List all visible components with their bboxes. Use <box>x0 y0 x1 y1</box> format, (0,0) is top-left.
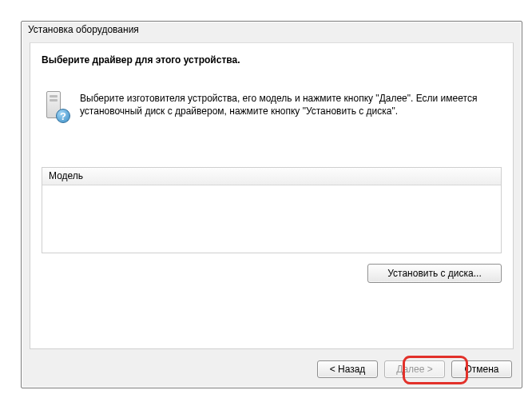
instruction-row: ? Выберите изготовителя устройства, его … <box>42 91 502 121</box>
column-header-model[interactable]: Модель <box>42 168 501 185</box>
cancel-button[interactable]: Отмена <box>451 360 512 378</box>
have-disk-button[interactable]: Установить с диска... <box>367 264 502 283</box>
instruction-text: Выберите изготовителя устройства, его мо… <box>80 91 502 117</box>
wizard-footer: < Назад Далее > Отмена <box>317 360 512 378</box>
model-list[interactable]: Модель <box>42 167 502 253</box>
device-help-icon: ? <box>42 91 69 121</box>
page-heading: Выберите драйвер для этого устройства. <box>42 54 240 66</box>
titlebar: Установка оборудования <box>22 22 522 39</box>
next-button[interactable]: Далее > <box>384 360 445 378</box>
wizard-content: Выберите драйвер для этого устройства. ?… <box>30 42 514 349</box>
back-button[interactable]: < Назад <box>317 360 378 378</box>
question-badge-icon: ? <box>56 109 70 123</box>
screenshot-canvas: Установка оборудования Выберите драйвер … <box>6 4 526 400</box>
window-title: Установка оборудования <box>28 24 139 35</box>
wizard-window: Установка оборудования Выберите драйвер … <box>21 21 522 388</box>
